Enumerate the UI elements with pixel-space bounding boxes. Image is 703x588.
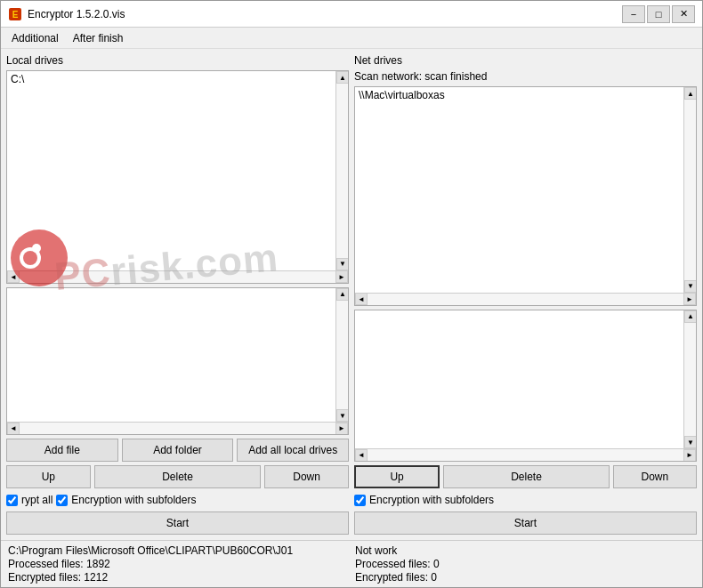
status-right-line3: Encrypted files: 0: [355, 571, 695, 584]
app-icon: E: [8, 7, 22, 21]
svg-text:E: E: [12, 10, 19, 20]
left-down-button[interactable]: Down: [264, 465, 349, 488]
right-bottom-content: [355, 310, 683, 314]
left-start-row: Start: [6, 511, 349, 535]
left-start-button[interactable]: Start: [6, 511, 349, 535]
left-delete-button[interactable]: Delete: [94, 465, 262, 488]
main-content: PCrisk.com Local drives C:\ ▲ ▼ ◄ ►: [1, 49, 702, 540]
left-bottom-content: [7, 288, 335, 292]
right-top-vscroll-down[interactable]: ▼: [684, 280, 696, 293]
left-bottom-vscroll-down[interactable]: ▼: [336, 409, 348, 422]
right-top-content: \\Mac\virtualboxas: [355, 87, 683, 103]
left-up-button[interactable]: Up: [6, 465, 91, 488]
left-bottom-hscroll-right[interactable]: ►: [335, 423, 348, 435]
local-drives-label: Local drives: [6, 54, 349, 67]
right-top-hscroll[interactable]: ◄ ►: [355, 293, 696, 305]
right-nav-buttons-row: Up Delete Down: [354, 465, 697, 488]
vscroll-up-arrow[interactable]: ▲: [336, 71, 348, 84]
left-subfolders-label: Encryption with subfolders: [71, 494, 196, 506]
right-top-hscroll-left[interactable]: ◄: [355, 293, 368, 305]
left-top-hscroll[interactable]: ◄ ►: [7, 270, 348, 283]
status-right-line1: Not work: [355, 544, 695, 557]
status-left-line1: C:\Program Files\Microsoft Office\CLIPAR…: [8, 544, 348, 557]
close-button[interactable]: ✕: [672, 5, 695, 23]
left-bottom-vscroll[interactable]: ▲ ▼: [335, 288, 348, 422]
right-top-vscroll[interactable]: ▲ ▼: [683, 87, 696, 293]
window-title: Encryptor 1.5.2.0.vis: [28, 8, 125, 20]
right-bottom-vscroll-up[interactable]: ▲: [684, 310, 696, 323]
status-left: C:\Program Files\Microsoft Office\CLIPAR…: [8, 544, 348, 584]
add-buttons-row: Add file Add folder Add all local drives: [6, 439, 349, 462]
left-bottom-vscroll-up[interactable]: ▲: [336, 288, 348, 301]
left-panel: Local drives C:\ ▲ ▼ ◄ ►: [6, 54, 349, 535]
title-bar: E Encryptor 1.5.2.0.vis − □ ✕: [1, 1, 702, 28]
left-bottom-listbox-inner: ▲ ▼: [7, 288, 348, 422]
add-file-button[interactable]: Add file: [6, 439, 118, 462]
add-all-local-button[interactable]: Add all local drives: [237, 439, 349, 462]
right-bottom-hscroll[interactable]: ◄ ►: [355, 448, 696, 461]
right-bottom-listbox-inner: ▲ ▼: [355, 310, 696, 448]
right-up-button[interactable]: Up: [354, 465, 440, 488]
right-delete-button[interactable]: Delete: [443, 465, 610, 488]
minimize-button[interactable]: −: [622, 5, 645, 23]
status-right: Not work Processed files: 0 Encrypted fi…: [348, 544, 695, 584]
right-bottom-vscroll[interactable]: ▲ ▼: [683, 310, 696, 448]
right-bottom-listbox[interactable]: ▲ ▼ ◄ ►: [354, 310, 697, 462]
right-top-hscroll-right[interactable]: ►: [683, 293, 696, 305]
title-controls: − □ ✕: [622, 5, 695, 23]
left-nav-buttons-row: Up Delete Down: [6, 465, 349, 488]
left-top-vscroll[interactable]: ▲ ▼: [335, 71, 348, 270]
right-bottom-hscroll-left[interactable]: ◄: [355, 449, 368, 462]
status-right-line2: Processed files: 0: [355, 558, 695, 570]
scan-status-label: Scan network: scan finished: [354, 70, 697, 83]
encrypt-all-label: rypt all: [21, 494, 53, 506]
right-top-listbox[interactable]: \\Mac\virtualboxas ▲ ▼ ◄ ►: [354, 86, 697, 306]
right-down-button[interactable]: Down: [613, 465, 697, 488]
left-subfolders-checkbox[interactable]: [56, 495, 68, 506]
encrypt-all-checkbox[interactable]: [6, 495, 18, 506]
net-drives-label: Net drives: [354, 54, 697, 67]
right-subfolders-row: Encryption with subfolders: [354, 492, 697, 508]
menu-bar: Additional After finish: [1, 28, 702, 49]
right-top-listbox-inner: \\Mac\virtualboxas ▲ ▼: [355, 87, 696, 293]
right-start-row: Start: [354, 511, 697, 535]
right-bottom-vscroll-down[interactable]: ▼: [684, 436, 696, 448]
maximize-button[interactable]: □: [647, 5, 670, 23]
status-left-line3: Encrypted files: 1212: [8, 571, 348, 584]
right-subfolders-label: Encryption with subfolders: [369, 494, 494, 506]
menu-additional[interactable]: Additional: [4, 30, 66, 46]
right-bottom-hscroll-right[interactable]: ►: [683, 449, 696, 462]
right-top-vscroll-up[interactable]: ▲: [684, 87, 696, 100]
right-subfolders-checkbox[interactable]: [354, 495, 366, 506]
left-encrypt-row: rypt all Encryption with subfolders: [6, 492, 349, 508]
hscroll-left-arrow[interactable]: ◄: [7, 270, 20, 283]
left-top-content: C:\: [7, 71, 335, 87]
right-panel: Net drives Scan network: scan finished \…: [354, 54, 697, 535]
main-window: E Encryptor 1.5.2.0.vis − □ ✕ Additional…: [0, 0, 703, 588]
left-bottom-hscroll[interactable]: ◄ ►: [7, 422, 348, 434]
right-start-button[interactable]: Start: [354, 511, 697, 535]
left-bottom-hscroll-left[interactable]: ◄: [7, 423, 20, 435]
left-top-listbox[interactable]: C:\ ▲ ▼ ◄ ►: [6, 70, 349, 284]
vscroll-down-arrow[interactable]: ▼: [336, 258, 348, 270]
hscroll-right-arrow[interactable]: ►: [335, 270, 348, 283]
menu-after-finish[interactable]: After finish: [66, 30, 131, 46]
left-bottom-listbox[interactable]: ▲ ▼ ◄ ►: [6, 287, 349, 435]
status-bar: C:\Program Files\Microsoft Office\CLIPAR…: [1, 540, 702, 587]
status-left-line2: Processed files: 1892: [8, 558, 348, 570]
title-bar-left: E Encryptor 1.5.2.0.vis: [8, 7, 125, 21]
add-folder-button[interactable]: Add folder: [122, 439, 234, 462]
left-top-listbox-inner: C:\ ▲ ▼: [7, 71, 348, 270]
